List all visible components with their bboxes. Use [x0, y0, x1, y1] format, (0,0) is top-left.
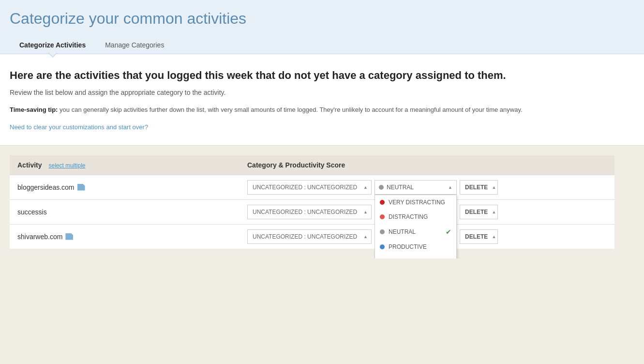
activity-cell: bloggersideas.com [10, 175, 240, 199]
th-category: Category & Productivity Score [240, 155, 614, 175]
productive-label: PRODUCTIVE [389, 243, 427, 250]
delete-button[interactable]: DELETE [460, 229, 498, 244]
main-heading: Here are the activities that you logged … [10, 69, 634, 83]
distracting-label: DISTRACTING [389, 213, 428, 220]
activity-label: bloggersideas.com [17, 183, 75, 191]
productivity-value: NEUTRAL [387, 184, 414, 191]
very-distracting-label: VERY DISTRACTING [389, 199, 445, 206]
distracting-dot [380, 214, 385, 219]
th-activity: Activity select multiple [10, 155, 240, 175]
neutral-dot [380, 229, 385, 234]
activity-icon [77, 184, 85, 191]
category-select[interactable]: UNCATEGORIZED : UNCATEGORIZED [247, 180, 372, 195]
tabs-container: Categorize Activities Manage Categories [10, 36, 634, 54]
header-section: Categorize your common activities Catego… [0, 0, 644, 54]
category-select[interactable]: UNCATEGORIZED : UNCATEGORIZED [247, 229, 372, 244]
tip-body: you can generally skip activities furthe… [60, 106, 523, 113]
activity-cell: shivarweb.com [10, 224, 240, 249]
dropdown-item-distracting[interactable]: DISTRACTING [375, 210, 456, 224]
productivity-display[interactable]: NEUTRAL ▲ [374, 180, 457, 195]
tip-label: Time-saving tip: [10, 106, 58, 113]
category-select-wrapper: UNCATEGORIZED : UNCATEGORIZED [247, 229, 372, 244]
category-controls: UNCATEGORIZED : UNCATEGORIZED NEUTRAL ▲ [247, 180, 607, 195]
activity-table: Activity select multiple Category & Prod… [10, 155, 614, 249]
tab-manage-categories[interactable]: Manage Categories [95, 36, 174, 54]
activity-label: successis [17, 208, 47, 216]
select-multiple-link[interactable]: select multiple [48, 162, 85, 169]
productive-dot [380, 244, 385, 249]
activity-icon [65, 233, 73, 240]
category-select[interactable]: UNCATEGORIZED : UNCATEGORIZED [247, 205, 372, 219]
category-cell: UNCATEGORIZED : UNCATEGORIZED NEUTRAL ▲ [240, 175, 614, 199]
dropdown-item-very-distracting[interactable]: VERY DISTRACTING [375, 195, 456, 210]
productivity-dropdown-menu: VERY DISTRACTING DISTRACTING NEUTRAL ✔ [374, 195, 457, 258]
dropdown-item-productive[interactable]: PRODUCTIVE [375, 240, 456, 254]
very-distracting-dot [380, 200, 385, 205]
activity-name: shivarweb.com [17, 233, 232, 241]
tip-text: Time-saving tip: you can generally skip … [10, 106, 634, 113]
activity-label: shivarweb.com [17, 233, 62, 241]
category-select-wrapper: UNCATEGORIZED : UNCATEGORIZED [247, 205, 372, 219]
dropdown-item-neutral[interactable]: NEUTRAL ✔ [375, 224, 456, 240]
delete-btn-wrapper: DELETE [460, 229, 498, 244]
activity-name: successis [17, 208, 232, 216]
table-row: shivarweb.com UNCATEGORIZED : UNCATEGORI… [10, 224, 614, 249]
delete-button[interactable]: DELETE [460, 205, 498, 219]
activity-header-label: Activity [17, 161, 42, 169]
delete-btn-wrapper: DELETE [460, 205, 498, 219]
category-select-wrapper: UNCATEGORIZED : UNCATEGORIZED [247, 180, 372, 195]
table-header-row: Activity select multiple Category & Prod… [10, 155, 614, 175]
clear-customizations-link[interactable]: Need to clear your customizations and st… [10, 123, 148, 131]
activity-name: bloggersideas.com [17, 183, 232, 191]
table-row: successis UNCATEGORIZED : UNCATEGORIZED [10, 199, 614, 224]
check-icon: ✔ [446, 228, 451, 236]
page-title: Categorize your common activities [10, 10, 634, 28]
delete-btn-wrapper: DELETE [460, 180, 498, 195]
tab-categorize-activities[interactable]: Categorize Activities [10, 36, 95, 54]
table-section: Activity select multiple Category & Prod… [0, 146, 644, 258]
dropdown-item-very-productive[interactable]: VERY PRODUCTIVE [375, 254, 456, 258]
dropdown-arrow: ▲ [448, 185, 452, 190]
activity-cell: successis [10, 199, 240, 224]
delete-button[interactable]: DELETE [460, 180, 498, 195]
very-productive-label: VERY PRODUCTIVE [389, 258, 444, 258]
sub-text: Review the list below and assign the app… [10, 89, 634, 96]
table-row: bloggersideas.com UNCATEGORIZED : UNCATE… [10, 175, 614, 199]
content-section: Here are the activities that you logged … [0, 54, 644, 146]
neutral-label: NEUTRAL [389, 228, 416, 235]
productivity-dot [379, 185, 384, 190]
productivity-dropdown-container: NEUTRAL ▲ VERY DISTRACTING [374, 180, 457, 195]
